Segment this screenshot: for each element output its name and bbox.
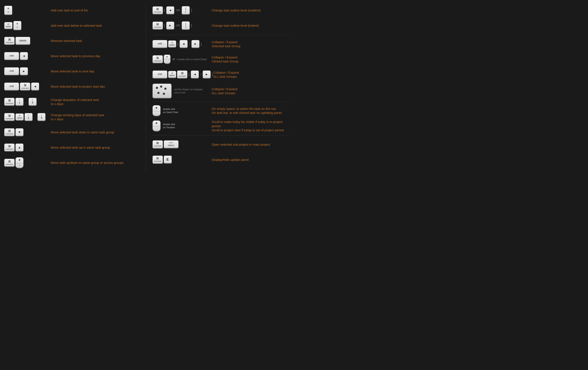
keys-collapse-selected: shift alt option ( ◄ / ► ) [153,40,212,48]
key-alt-option-1: alt option [4,22,12,29]
keys-trackpad: put five fingers on trackpadnot to click [153,84,212,98]
shortcut-duration: ⌘ command ! 1 ... ( 9 Change duaration o… [4,96,142,108]
shortcut-dbl-timeline: double clickon Timeline Scroll to make t… [153,120,290,132]
key-command-r1: ⌘ command [153,6,163,14]
key-9-duration: ( 9 [29,98,37,106]
shortcut-working-days: ⌘ command alt option ! 1 ... ( 9 Change … [4,111,142,123]
key-command-4: ⌘ command [4,113,15,121]
key-left-all: ◄ [191,70,199,78]
mouse-timeline [153,120,160,131]
paren-open-3: ( [177,42,178,46]
key-command-3: ⌘ command [4,98,15,106]
key-right-arrow-1: ► [20,67,28,75]
desc-move-up: Move selected task up in same task group [51,145,142,150]
shortcut-add-below: alt option + = Add new task below to sel… [4,20,142,32]
or-outdent: OR [176,9,180,12]
paren-open-4: ( [189,72,190,77]
key-left-arrow-outdent: ◄ [166,6,174,14]
desc-add-below: Add new task below to selected task [51,23,142,28]
paren-open-2: ( [164,23,165,28]
key-down-arrow: ▼ [15,128,23,136]
divider-3 [153,135,290,135]
desc-duration: Change duaration of selected taskto x da… [51,98,142,106]
key-right-collapse: ► [191,40,200,48]
key-command-r4: ⌘ command [177,70,187,78]
key-right-all: ► [203,70,211,78]
key-shift-2: shift [4,67,19,75]
desc-move-down: Move selected task down in same task gro… [51,130,142,134]
slash-2: / [200,73,201,76]
shortcut-collapse-selected: shift alt option ( ◄ / ► ) Collapse / Ex… [153,38,290,50]
shortcut-collapse-clicked: ⌘ command (⌘ + double click on Gantt Cha… [153,53,290,65]
shortcut-collapse-all: shift alt option ⌘ command ( ◄ / ► [153,68,290,81]
mouse-line-small [164,59,170,59]
mouse-line-gantt [153,111,160,111]
desc-collapse-all: Collapse / ExpandALL task Groups [213,70,290,79]
key-command-r6: ⌘ command [153,156,163,164]
key-1-duration: ! 1 [15,98,23,106]
finger-dot-2 [160,86,162,88]
shortcut-trackpad: put five fingers on trackpadnot to click… [153,84,290,98]
desc-dbl-timeline: Scroll to make today be visible if today… [212,120,290,132]
keys-add-below: alt option + = [4,21,51,30]
finger-dot-4 [157,92,159,94]
key-alt-option-r2: alt option [168,71,176,78]
paren-open-1: ( [164,8,165,12]
key-delete: delete [15,37,30,45]
shortcut-remove: ⌘ command delete Remove selected task [4,35,142,47]
desc-indent: Change task outline level (indent) [212,23,290,28]
mouse-dot [19,159,20,161]
keys-dbl-gantt: double clickon Gantt Chart [153,105,212,116]
shortcut-next-day: shift ► Move selected task to next day [4,65,142,77]
key-right-arrow-indent: ► [166,22,174,30]
keys-move-mouse: ⌘ command ▼ [4,157,51,168]
keys-collapse-all: shift alt option ⌘ command ( ◄ / ► [153,70,213,78]
desc-collapse-clicked: Collapse / ExpandClicked task Group [212,55,290,64]
shortcut-move-down: ⌘ command ▼ Move selected task down in s… [4,126,142,138]
trackpad-icon [153,84,171,98]
key-command-5: ⌘ command [4,128,15,136]
keys-move-up: ⌘ command ▲ [4,143,51,152]
key-shift-r1: shift [153,40,167,48]
desc-outdent: Change task outline level (outdent) [212,8,290,12]
desc-collapse-selected: Collapse / ExpandSelected task Group [212,40,290,48]
key-left-collapse: ◄ [179,40,188,48]
shortcut-move-up: ⌘ command ▲ Move selected task up in sam… [4,141,142,154]
mouse-dot-gantt [156,107,157,109]
key-alt-option-2: alt option [15,113,24,121]
five-fingers-label: put five fingers on trackpadnot to click [175,88,202,94]
shortcut-move-mouse: ⌘ command ▼ Move task up/down in same gr… [4,157,142,169]
mouse-dot-timeline [156,122,157,124]
key-shift-3: shift [4,83,19,91]
shortcut-display-panel: ⌘ command E Display/Hide update panel [153,154,290,166]
key-1-working: ! 1 [24,113,32,121]
shortcut-outdent: ⌘ command ( ◄ OR { [ ) Change task outli… [153,4,290,17]
keys-add-end: + = [4,6,51,15]
dots-working: ... [34,115,36,119]
key-alt-option-r1: alt option [168,40,176,48]
desc-dbl-gantt: On empty space, to select the task on th… [212,107,290,115]
desc-prev-day: Move selected task to previous day [51,54,142,58]
shortcut-open-sub: ⌘ command enter return Open selected sub… [153,138,290,151]
key-enter-return: enter return [164,140,178,148]
divider-1 [153,35,290,35]
shortcut-add-end: + = Add new task to end of list [4,4,142,17]
key-shift-1: shift [4,52,19,60]
key-command-r2: ⌘ command [153,22,163,30]
keys-move-down: ⌘ command ▼ [4,128,51,136]
keys-prev-day: shift ◄ [4,52,51,60]
key-command-r5: ⌘ command [153,140,163,148]
key-plus-equal-2: + = [13,21,21,30]
keyboard-shortcuts-container: + = Add new task to end of list alt opti… [4,4,290,172]
key-command-2: ⌘ command [20,83,30,91]
shortcut-start-day: shift ⌘ command ◄ Move selected task to … [4,80,142,93]
key-brace-open: { [ [182,6,190,15]
keys-display-panel: ⌘ command E [153,156,212,164]
mouse-gantt-clicked [164,54,170,64]
desc-add-end: Add new task to end of list [51,8,142,12]
key-command-7: ⌘ command [4,159,15,167]
key-plus-equal: + = [4,6,12,15]
keys-outdent: ⌘ command ( ◄ OR { [ ) [153,6,212,15]
divider-2 [153,101,290,102]
dbl-gantt-label: double clickon Gantt Chart [163,108,178,114]
